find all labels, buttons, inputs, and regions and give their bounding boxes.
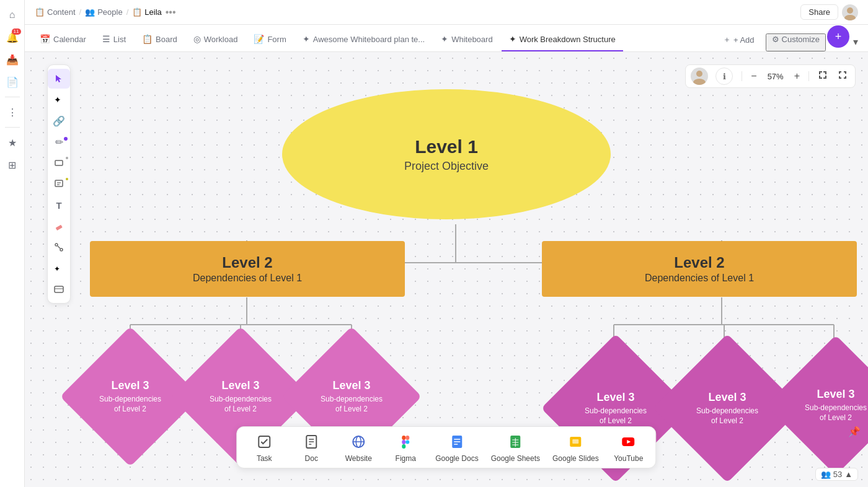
add-button[interactable]: +: [827, 25, 849, 48]
pen-tool[interactable]: ✏: [48, 132, 70, 152]
link-tool[interactable]: 🔗: [48, 111, 70, 131]
tab-chevron-icon[interactable]: ▾: [851, 36, 861, 51]
embed-tool[interactable]: [48, 279, 70, 299]
svg-text:✦: ✦: [54, 95, 61, 105]
level3-r2-sub: Sub-dependenciesof Level 2: [696, 406, 758, 426]
share-button[interactable]: Share: [800, 4, 838, 20]
level2-right-title: Level 2: [674, 254, 724, 271]
home-icon[interactable]: ⌂: [2, 5, 22, 25]
google-sheets-label: Google Sheets: [491, 454, 540, 463]
fit-view-button[interactable]: [815, 69, 830, 84]
breadcrumb-leila[interactable]: 📋 Leila: [132, 7, 161, 17]
level3-l2-sub: Sub-dependenciesof Level 2: [210, 395, 272, 414]
zoom-divider: [742, 71, 742, 81]
google-docs-tool[interactable]: Google Docs: [435, 432, 478, 463]
google-sheets-icon: [505, 432, 525, 452]
svg-rect-22: [819, 76, 820, 79]
svg-marker-2: [56, 75, 61, 82]
level3-r2-title: Level 3: [708, 391, 746, 404]
board-icon: 📋: [142, 34, 153, 44]
svg-point-56: [405, 441, 409, 444]
youtube-icon: [619, 432, 639, 452]
figma-icon: [396, 432, 415, 452]
svg-point-9: [55, 244, 58, 246]
level3-l3-title: Level 3: [332, 379, 370, 392]
text-tool[interactable]: T: [48, 195, 70, 215]
svg-rect-4: [55, 160, 63, 165]
level1-node[interactable]: Level 1 Project Objective: [282, 89, 611, 219]
tab-wbs[interactable]: ✦ Work Breakdown Structure: [502, 34, 623, 51]
level3-l1-title: Level 3: [111, 379, 149, 392]
level1-subtitle: Project Objective: [404, 160, 489, 173]
topbar: 📋 Content / 👥 People / 📋 Leila ••• Share: [25, 0, 868, 25]
breadcrumb-content[interactable]: 📋 Content: [35, 7, 76, 17]
collaborators-count: 53: [833, 470, 842, 479]
task-tool[interactable]: Task: [247, 432, 281, 463]
youtube-tool[interactable]: YouTube: [611, 432, 646, 463]
zoom-divider-2: [808, 71, 809, 81]
tabsbar: 📅 Calendar ☰ List 📋 Board ◎ Workload 📝 F…: [25, 25, 868, 52]
level3-l1-sub: Sub-dependenciesof Level 2: [99, 395, 161, 414]
level1-title: Level 1: [415, 136, 478, 157]
select-tool[interactable]: [48, 69, 70, 89]
level3-right-3-node[interactable]: Level 3 Sub-dependenciesof Level 2: [766, 335, 868, 475]
tab-form[interactable]: 📝 Form: [246, 34, 293, 51]
ai-tool[interactable]: ✦: [48, 258, 70, 278]
list-icon: ☰: [102, 34, 110, 44]
magic-tool[interactable]: ✦: [48, 90, 70, 110]
svg-line-11: [58, 246, 60, 248]
rectangle-tool[interactable]: [48, 153, 70, 173]
svg-rect-54: [402, 440, 405, 444]
website-label: Website: [345, 454, 372, 463]
eraser-tool[interactable]: [48, 216, 70, 236]
level3-l3-sub: Sub-dependenciesof Level 2: [321, 395, 383, 414]
sidebar-divider-2: [5, 127, 20, 128]
level2-right-node[interactable]: Level 2 Dependencies of Level 1: [542, 241, 857, 297]
zoom-out-button[interactable]: −: [748, 69, 759, 83]
website-tool[interactable]: Website: [341, 432, 376, 463]
svg-marker-27: [839, 76, 841, 79]
google-sheets-tool[interactable]: Google Sheets: [491, 432, 540, 463]
content-icon: 📋: [35, 7, 45, 17]
svg-rect-52: [402, 436, 405, 440]
customize-button[interactable]: ⚙ Customize: [766, 33, 826, 51]
google-slides-icon: [565, 432, 585, 452]
canvas-area[interactable]: ✦ 🔗 ✏ T ✦: [25, 52, 868, 487]
whiteboard-icon: ✦: [441, 34, 448, 44]
tab-board[interactable]: 📋 Board: [135, 34, 185, 51]
pin-icon[interactable]: 📌: [848, 426, 861, 437]
google-slides-tool[interactable]: Google Slides: [552, 432, 599, 463]
note-tool[interactable]: [48, 174, 70, 194]
level3-r1-sub: Sub-dependenciesof Level 2: [585, 406, 647, 426]
inbox-icon[interactable]: 📥: [2, 50, 22, 69]
figma-tool[interactable]: Figma: [388, 432, 423, 463]
svg-point-0: [847, 7, 853, 14]
favorites-icon[interactable]: ★: [2, 133, 22, 152]
info-button[interactable]: ℹ: [715, 68, 733, 85]
docs-icon[interactable]: 📄: [2, 72, 22, 92]
sidebar-divider: [5, 97, 20, 97]
svg-rect-20: [825, 71, 826, 74]
tab-calendar[interactable]: 📅 Calendar: [32, 34, 94, 51]
doc-tool[interactable]: Doc: [294, 432, 329, 463]
level2-left-node[interactable]: Level 2 Dependencies of Level 1: [90, 241, 405, 297]
tab-whiteboard-plan[interactable]: ✦ Awesome Whiteboard plan te...: [295, 34, 432, 51]
breadcrumb-people[interactable]: 👥 People: [85, 7, 122, 17]
level3-r3-title: Level 3: [817, 388, 854, 401]
canvas-toolbar: ✦ 🔗 ✏ T ✦: [47, 64, 71, 304]
zoom-in-button[interactable]: +: [792, 69, 802, 83]
notifications-icon[interactable]: 🔔 11: [2, 27, 22, 47]
sidebar: ⌂ 🔔 11 📥 📄 ⋮ ★ ⊞: [0, 0, 25, 487]
notification-badge: 11: [12, 29, 21, 35]
svg-point-1: [844, 15, 856, 20]
more-icon[interactable]: ⋮: [2, 102, 22, 122]
add-view-button[interactable]: ＋ + Add: [718, 34, 760, 51]
topbar-more-button[interactable]: •••: [166, 7, 176, 18]
apps-icon[interactable]: ⊞: [2, 155, 22, 175]
tab-whiteboard[interactable]: ✦ Whiteboard: [433, 34, 500, 51]
fullscreen-button[interactable]: [835, 69, 850, 84]
connector-tool[interactable]: [48, 237, 70, 257]
google-slides-label: Google Slides: [552, 454, 599, 463]
tab-workload[interactable]: ◎ Workload: [186, 34, 246, 51]
tab-list[interactable]: ☰ List: [95, 34, 133, 51]
